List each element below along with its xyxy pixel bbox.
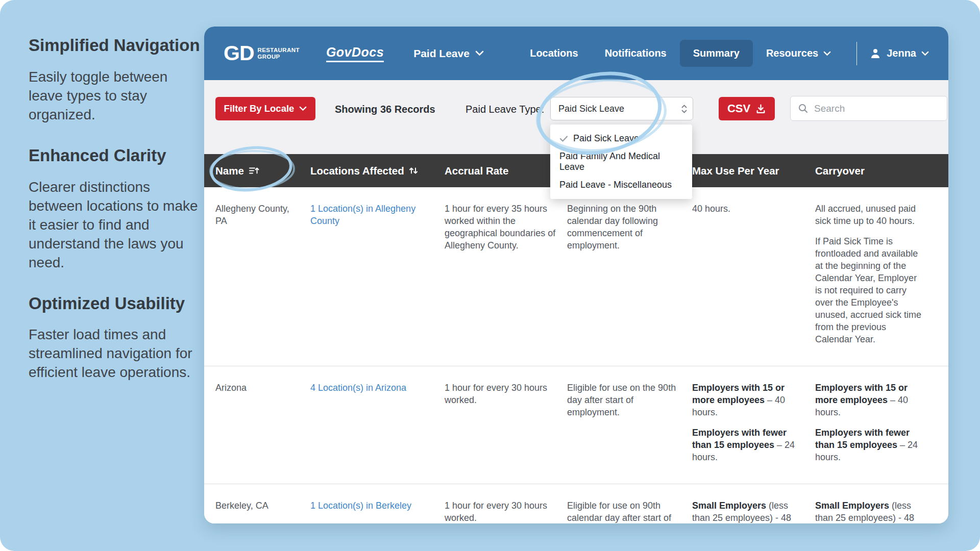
benefit-heading: Simplified Navigation bbox=[29, 36, 202, 56]
sort-ascending-icon bbox=[249, 166, 259, 175]
check-icon bbox=[559, 135, 568, 142]
cell-locations-affected: 1 Location(s) in Allegheny County bbox=[310, 203, 445, 354]
app-header: GD RESTAURANT GROUP GovDocs Paid Leave L… bbox=[204, 27, 948, 80]
cell-accrual-rate: 1 hour for every 30 hours worked. bbox=[445, 382, 567, 471]
locations-link[interactable]: 4 Location(s) in Arizona bbox=[310, 383, 406, 393]
table-row: Berkeley, CA1 Location(s) in Berkeley1 h… bbox=[204, 484, 948, 523]
cell-locations-affected: 1 Location(s) in Berkeley bbox=[310, 499, 445, 523]
benefit-body: Faster load times and streamlined naviga… bbox=[29, 325, 202, 382]
cell-name: Allegheny County, PA bbox=[215, 203, 310, 354]
cell-carryover: Employers with 15 or more employees – 40… bbox=[815, 382, 937, 471]
records-count: Showing 36 Records bbox=[335, 104, 435, 115]
download-icon bbox=[755, 104, 766, 114]
chevron-down-icon bbox=[921, 51, 929, 56]
paid-leave-menu-label: Paid Leave bbox=[413, 47, 470, 60]
cell-max-use-per-year: 40 hours. bbox=[692, 203, 815, 354]
nav-divider bbox=[856, 42, 857, 65]
dropdown-option[interactable]: Paid Family And Medical Leave bbox=[550, 147, 692, 176]
table-row: Arizona4 Location(s) in Arizona1 hour fo… bbox=[204, 366, 948, 484]
column-header-accrual-rate[interactable]: Accrual Rate bbox=[445, 165, 567, 177]
dropdown-option[interactable]: Paid Sick Leave bbox=[550, 130, 692, 147]
column-header-name[interactable]: Name bbox=[215, 165, 310, 177]
filter-by-locale-button[interactable]: Filter By Locale bbox=[215, 97, 315, 120]
chevron-down-icon bbox=[475, 51, 484, 56]
gd-restaurant-group-logo: GD RESTAURANT GROUP bbox=[224, 43, 300, 64]
govdocs-logo: GovDocs bbox=[326, 45, 384, 62]
sort-updown-icon bbox=[409, 166, 418, 175]
cell-accrual-rate: 1 hour for every 35 hours worked within … bbox=[445, 203, 567, 354]
nav-item-resources[interactable]: Resources bbox=[753, 40, 844, 67]
cell-locations-affected: 4 Location(s) in Arizona bbox=[310, 382, 445, 471]
nav-item-locations[interactable]: Locations bbox=[517, 40, 591, 67]
nav-item-notifications[interactable]: Notifications bbox=[592, 40, 680, 67]
cell-eligibility: Eligible for use on 90th calendar day af… bbox=[567, 499, 692, 523]
benefit-body: Clearer distinctions between locations t… bbox=[29, 178, 202, 272]
cell-max-use-per-year: Employers with 15 or more employees – 40… bbox=[692, 382, 815, 471]
user-icon bbox=[869, 47, 881, 60]
cell-carryover: Small Employers (less than 25 employees)… bbox=[815, 499, 937, 523]
table-row: Allegheny County, PA1 Location(s) in All… bbox=[204, 187, 948, 366]
paid-leave-menu[interactable]: Paid Leave bbox=[413, 47, 484, 60]
locations-link[interactable]: 1 Location(s) in Berkeley bbox=[310, 500, 411, 511]
column-header-max-use-per-year[interactable]: Max Use Per Year bbox=[692, 165, 815, 177]
dropdown-option[interactable]: Paid Leave - Miscellaneous bbox=[550, 176, 692, 194]
select-stepper-icon bbox=[681, 105, 687, 113]
column-header-locations-affected[interactable]: Locations Affected bbox=[310, 165, 445, 177]
locations-link[interactable]: 1 Location(s) in Allegheny County bbox=[310, 204, 415, 226]
cell-eligibility: Beginning on the 90th calendar day follo… bbox=[567, 203, 692, 354]
cell-max-use-per-year: Small Employers (less than 25 employees)… bbox=[692, 499, 815, 523]
benefits-panel: Simplified Navigation Easily toggle betw… bbox=[29, 36, 202, 404]
table-body: Allegheny County, PA1 Location(s) in All… bbox=[204, 187, 948, 523]
benefit-heading: Enhanced Clarity bbox=[29, 146, 202, 166]
cell-name: Arizona bbox=[215, 382, 310, 471]
logo-line1: RESTAURANT bbox=[258, 47, 300, 53]
paid-leave-type-value: Paid Sick Leave bbox=[558, 104, 624, 114]
cell-accrual-rate: 1 hour for every 30 hours worked. bbox=[445, 499, 567, 523]
benefit-body: Easily toggle between leave types to sta… bbox=[29, 68, 202, 124]
chevron-down-icon bbox=[823, 51, 831, 56]
benefit-heading: Optimized Usability bbox=[29, 294, 202, 314]
csv-export-button[interactable]: CSV bbox=[719, 97, 775, 120]
paid-leave-type-label: Paid Leave Type: bbox=[465, 104, 544, 115]
search-icon bbox=[798, 103, 808, 114]
search-box bbox=[790, 96, 947, 121]
user-name: Jenna bbox=[887, 47, 916, 59]
cell-carryover: All accrued, unused paid sick time up to… bbox=[815, 203, 937, 354]
logo-line2: GROUP bbox=[258, 54, 280, 60]
column-header-carryover[interactable]: Carryover bbox=[815, 165, 937, 177]
app-window: GD RESTAURANT GROUP GovDocs Paid Leave L… bbox=[204, 27, 948, 523]
search-input[interactable] bbox=[790, 96, 947, 121]
main-nav: Locations Notifications Summary Resource… bbox=[517, 40, 929, 67]
user-menu[interactable]: Jenna bbox=[869, 47, 929, 60]
nav-item-summary[interactable]: Summary bbox=[680, 40, 753, 67]
marketing-slide: Simplified Navigation Easily toggle betw… bbox=[0, 0, 980, 551]
logo-monogram: GD bbox=[224, 43, 254, 64]
chevron-down-icon bbox=[299, 106, 307, 111]
cell-eligibility: Eligible for use on the 90th day after s… bbox=[567, 382, 692, 471]
paid-leave-type-select[interactable]: Paid Sick Leave bbox=[550, 97, 693, 120]
paid-leave-type-menu: Paid Sick LeavePaid Family And Medical L… bbox=[550, 124, 692, 199]
cell-name: Berkeley, CA bbox=[215, 499, 310, 523]
